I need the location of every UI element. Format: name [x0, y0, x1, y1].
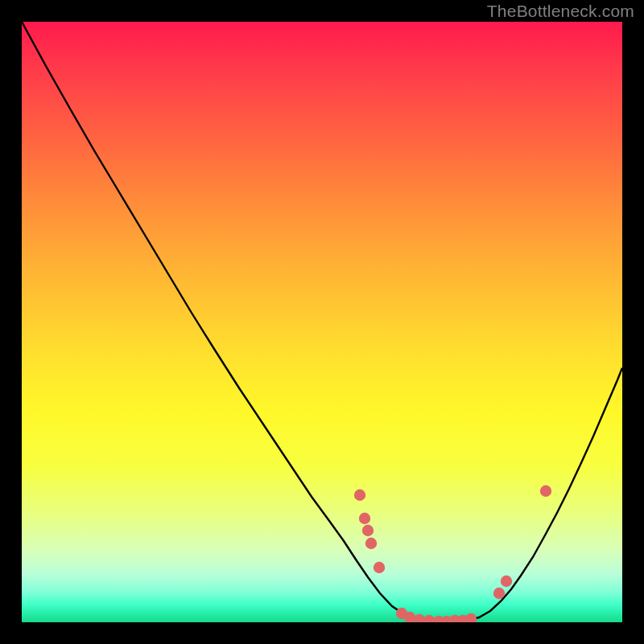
bottleneck-curve	[22, 22, 622, 621]
data-marker	[501, 576, 512, 587]
chart-svg	[22, 22, 622, 622]
data-marker	[540, 485, 551, 497]
data-marker	[493, 588, 505, 599]
data-marker	[365, 538, 377, 549]
chart-plot-area	[22, 22, 622, 622]
data-marker	[465, 613, 477, 622]
data-marker	[362, 525, 374, 536]
data-marker	[374, 562, 385, 573]
data-marker	[354, 489, 365, 501]
data-marker	[359, 513, 370, 524]
data-markers-group	[354, 485, 551, 622]
watermark-text: TheBottleneck.com	[487, 2, 634, 21]
